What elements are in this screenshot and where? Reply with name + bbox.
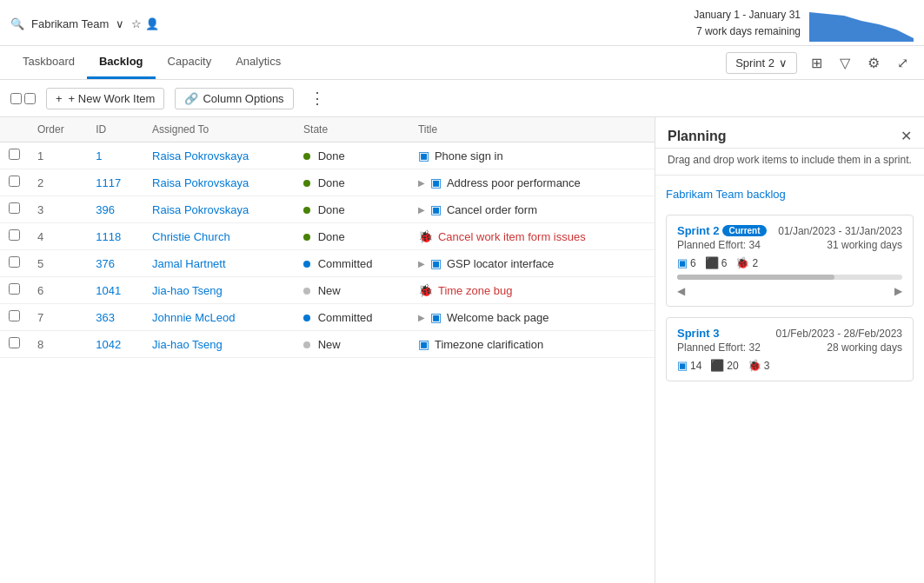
work-item-type-icon: ▣ <box>430 202 442 216</box>
state-indicator <box>303 234 310 241</box>
sprint-2-dates: 01/Jan/2023 - 31/Jan/2023 <box>778 225 902 237</box>
state-label: Committed <box>318 311 373 324</box>
row-checkbox[interactable] <box>9 310 20 321</box>
task-icon-s2: ⬛ <box>705 256 719 269</box>
title-cell: ▣ Timezone clarification <box>418 337 646 351</box>
sprint-2-scrollbar[interactable] <box>677 275 902 280</box>
column-options-icon: 🔗 <box>184 92 198 105</box>
work-item-title[interactable]: Phone sign in <box>435 149 503 162</box>
work-item-id-link[interactable]: 1042 <box>96 338 121 351</box>
select-all-checkboxes[interactable] <box>10 93 36 104</box>
row-checkbox[interactable] <box>9 337 20 348</box>
work-item-title[interactable]: Timezone clarification <box>435 338 543 351</box>
row-checkbox[interactable] <box>9 256 20 268</box>
sprint-3-tasks-count: ⬛ 20 <box>710 359 738 372</box>
planning-close-button[interactable]: ✕ <box>901 128 912 144</box>
work-item-title[interactable]: Cancel order form <box>447 203 537 216</box>
select-checkbox-1[interactable] <box>10 93 22 104</box>
sprint-3-icons: ▣ 14 ⬛ 20 🐞 3 <box>677 359 902 372</box>
work-item-title[interactable]: Address poor performance <box>447 176 581 189</box>
column-options-button[interactable]: 🔗 Column Options <box>175 88 293 109</box>
sprint-dropdown[interactable]: Sprint 2 ∨ <box>726 52 797 74</box>
expand-arrow[interactable]: ▶ <box>418 259 425 268</box>
expand-arrow[interactable]: ▶ <box>418 205 425 215</box>
state-indicator <box>303 341 310 348</box>
settings-icon[interactable]: ⚙ <box>862 51 885 75</box>
row-order: 4 <box>29 223 87 250</box>
row-id: 363 <box>87 304 143 331</box>
sprint-3-stories-count: ▣ 14 <box>677 359 701 372</box>
expand-icon[interactable]: ⤢ <box>892 51 914 75</box>
toolbar-icons: ⊞ ▽ ⚙ ⤢ <box>806 51 914 75</box>
sprint-3-dates: 01/Feb/2023 - 28/Feb/2023 <box>776 328 902 340</box>
team-info: 🔍 Fabrikam Team ∨ ☆ 👤 <box>10 17 159 30</box>
more-options-button[interactable]: ⋮ <box>304 85 330 111</box>
title-cell: 🐞 Cancel work item form issues <box>418 229 646 243</box>
sprint-date-range: January 1 - January 31 <box>694 7 801 23</box>
sprint-dropdown-caret: ∨ <box>779 56 788 70</box>
row-id: 1041 <box>87 277 143 304</box>
row-assigned-to: Raisa Pokrovskaya <box>143 142 295 169</box>
row-checkbox[interactable] <box>9 283 20 295</box>
sprint-dropdown-label: Sprint 2 <box>735 56 774 70</box>
table-row: 6 1041 Jia-hao Tseng New 🐞 Time zone bug <box>0 277 655 304</box>
tab-backlog[interactable]: Backlog <box>87 46 156 79</box>
row-checkbox[interactable] <box>9 229 20 241</box>
table-row: 4 1118 Christie Church Done 🐞 Cancel wor… <box>0 223 655 250</box>
title-cell: ▶ ▣ GSP locator interface <box>418 256 646 270</box>
backlog-toolbar: + + New Work Item 🔗 Column Options ⋮ <box>0 80 924 117</box>
scroll-right-icon[interactable]: ▶ <box>894 285 902 297</box>
row-assigned-to: Raisa Pokrovskaya <box>143 169 295 196</box>
bug-icon-s2: 🐞 <box>735 256 749 269</box>
work-item-title[interactable]: Cancel work item form issues <box>438 230 586 243</box>
work-item-title[interactable]: GSP locator interface <box>447 257 554 270</box>
sprint-3-name[interactable]: Sprint 3 <box>677 327 719 340</box>
tab-taskboard[interactable]: Taskboard <box>10 46 87 79</box>
work-item-id-link[interactable]: 396 <box>96 203 115 216</box>
work-item-type-icon: ▣ <box>418 337 429 351</box>
work-item-id-link[interactable]: 1117 <box>96 176 121 189</box>
work-item-title[interactable]: Time zone bug <box>438 284 513 297</box>
table-row: 3 396 Raisa Pokrovskaya Done ▶ ▣ Cancel … <box>0 196 655 223</box>
work-item-id-link[interactable]: 363 <box>96 311 115 324</box>
filter-sliders-icon[interactable]: ⊞ <box>806 51 828 75</box>
expand-arrow[interactable]: ▶ <box>418 313 425 322</box>
select-checkbox-2[interactable] <box>24 93 36 104</box>
work-item-id-link[interactable]: 1041 <box>96 284 121 297</box>
new-work-item-label: + New Work Item <box>69 92 156 105</box>
favorite-icon[interactable]: ☆ <box>131 17 142 30</box>
svg-marker-0 <box>809 12 914 42</box>
col-header-title: Title <box>409 117 655 142</box>
team-dropdown-caret[interactable]: ∨ <box>116 17 124 30</box>
fabrikam-backlog-link[interactable]: Fabrikam Team backlog <box>666 184 914 204</box>
tab-analytics[interactable]: Analytics <box>223 46 293 79</box>
table-row: 8 1042 Jia-hao Tseng New ▣ Timezone clar… <box>0 331 655 358</box>
planning-title: Planning <box>668 129 727 144</box>
work-item-id-link[interactable]: 1118 <box>96 230 121 243</box>
work-item-id-link[interactable]: 376 <box>96 257 115 270</box>
row-order: 8 <box>29 331 87 358</box>
sprint-days-remaining: 7 work days remaining <box>694 23 801 40</box>
row-checkbox[interactable] <box>9 176 20 187</box>
planning-body: Fabrikam Team backlog Sprint 2 Current 0… <box>655 176 924 583</box>
tab-capacity[interactable]: Capacity <box>156 46 224 79</box>
row-checkbox[interactable] <box>9 202 20 214</box>
sprint-2-bugs-count: 🐞 2 <box>735 256 758 269</box>
sprint-2-working-days: 31 working days <box>827 239 902 251</box>
scroll-left-icon[interactable]: ◀ <box>677 285 685 297</box>
work-item-title[interactable]: Welcome back page <box>447 311 549 324</box>
work-item-id-link[interactable]: 1 <box>96 149 102 162</box>
state-indicator <box>303 288 310 295</box>
funnel-icon[interactable]: ▽ <box>834 51 855 75</box>
state-label: New <box>318 338 341 351</box>
expand-arrow[interactable]: ▶ <box>418 178 425 188</box>
row-order: 6 <box>29 277 87 304</box>
work-item-type-icon: ▣ <box>418 149 429 162</box>
new-work-item-button[interactable]: + + New Work Item <box>46 88 164 109</box>
members-icon[interactable]: 👤 <box>145 17 159 30</box>
sprint-2-stories-count: ▣ 6 <box>677 256 696 269</box>
story-icon-s3: ▣ <box>677 359 688 372</box>
col-header-assigned-to: Assigned To <box>143 117 295 142</box>
sprint-2-name[interactable]: Sprint 2 <box>677 224 719 237</box>
row-checkbox[interactable] <box>9 149 20 160</box>
